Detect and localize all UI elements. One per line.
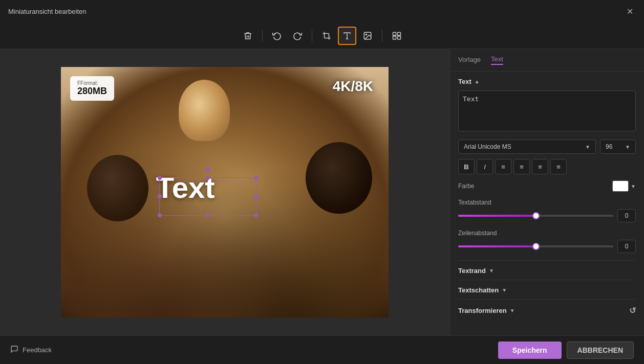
align-left-icon: ≡ (501, 163, 505, 171)
redo-button[interactable] (288, 27, 307, 45)
textrand-label: Textrand (458, 267, 486, 275)
font-size-label: 96 (606, 143, 612, 150)
font-size-chevron: ▼ (625, 144, 630, 150)
zeilenabstand-label: Zeilenabstand (458, 230, 636, 237)
bottom-actions: Speichern ABBRECHEN (498, 342, 634, 359)
main-area: FFormat: 280MB 4K/8K Text (0, 49, 644, 335)
textabstand-row: Textabstand 0 (458, 199, 636, 222)
color-label: Farbe (458, 183, 474, 190)
divider-1 (262, 30, 263, 42)
head-left (87, 155, 148, 221)
svg-rect-5 (397, 32, 400, 35)
format-row: B I ≡ ≡ ≡ ≡ (458, 159, 636, 174)
textschatten-header[interactable]: Textschatten ▼ (458, 286, 636, 294)
font-size-select[interactable]: 96 ▼ (600, 140, 636, 154)
feedback-label: Feedback (23, 346, 52, 354)
italic-button[interactable]: I (477, 159, 493, 174)
format-card: FFormat: 280MB (70, 76, 114, 101)
zeilenabstand-value[interactable]: 0 (617, 240, 636, 253)
textrand-chevron: ▼ (489, 268, 494, 274)
right-panel: Vorlage Text Text ▲ Text Arial Unicode M… (449, 49, 644, 335)
zeilenabstand-thumb[interactable] (532, 243, 540, 250)
quality-badge: 4K/8K (333, 78, 373, 95)
canvas[interactable]: FFormat: 280MB 4K/8K Text (61, 67, 389, 317)
svg-rect-6 (393, 36, 396, 39)
toolbar (0, 22, 644, 49)
textschatten-section: Textschatten ▼ (458, 280, 636, 294)
bold-icon: B (464, 163, 468, 171)
canvas-text[interactable]: Text (156, 170, 215, 204)
transformieren-section: Transformieren ▼ ↺ (458, 299, 636, 315)
feedback-button[interactable]: Feedback (10, 345, 52, 355)
transformieren-label: Transformieren (458, 307, 507, 314)
feedback-icon (10, 345, 18, 355)
svg-rect-7 (397, 36, 400, 39)
transformieren-header[interactable]: Transformieren ▼ ↺ (458, 306, 636, 315)
delete-button[interactable] (239, 27, 257, 45)
textrand-section: Textrand ▼ (458, 260, 636, 275)
close-button[interactable]: ✕ (624, 5, 636, 17)
panel-tabs: Vorlage Text (450, 49, 644, 72)
font-family-chevron: ▼ (585, 144, 590, 150)
font-family-select[interactable]: Arial Unicode MS ▼ (458, 140, 596, 154)
textabstand-track[interactable] (458, 215, 613, 217)
divider-2 (312, 30, 312, 42)
panel-content: Text ▲ Text Arial Unicode MS ▼ 96 ▼ B (450, 72, 644, 335)
textschatten-label: Textschatten (458, 286, 499, 294)
canvas-area[interactable]: FFormat: 280MB 4K/8K Text (0, 49, 449, 335)
tab-text[interactable]: Text (491, 55, 503, 65)
undo-button[interactable] (268, 27, 286, 45)
section-text-header[interactable]: Text ▲ (458, 78, 636, 85)
justify-icon: ≡ (556, 163, 561, 171)
divider-3 (382, 30, 382, 42)
zeilenabstand-control: 0 (458, 240, 636, 253)
cancel-button[interactable]: ABBRECHEN (567, 342, 634, 359)
color-row: Farbe ▼ (458, 180, 636, 192)
textabstand-value[interactable]: 0 (617, 209, 636, 222)
bottom-bar: Feedback Speichern ABBRECHEN (0, 335, 644, 364)
align-left-button[interactable]: ≡ (495, 159, 511, 174)
justify-button[interactable]: ≡ (550, 159, 567, 174)
font-family-label: Arial Unicode MS (464, 143, 511, 150)
svg-point-3 (366, 34, 367, 35)
textabstand-fill (458, 215, 536, 217)
section-text-label: Text (458, 78, 471, 85)
text-tool-button[interactable] (338, 27, 356, 45)
font-row: Arial Unicode MS ▼ 96 ▼ (458, 140, 636, 154)
align-center-button[interactable]: ≡ (513, 159, 530, 174)
color-swatch[interactable] (612, 180, 629, 192)
window-title: Miniaturansicht bearbeiten (8, 8, 86, 15)
titlebar: Miniaturansicht bearbeiten ✕ (0, 0, 644, 22)
tab-vorlage[interactable]: Vorlage (458, 56, 481, 64)
format-label: FFormat: (77, 80, 107, 86)
head-right (306, 142, 372, 214)
size-label: 280MB (77, 86, 107, 97)
transformieren-reset-icon[interactable]: ↺ (629, 306, 636, 315)
textabstand-control: 0 (458, 209, 636, 222)
zeilenabstand-track[interactable] (458, 245, 613, 247)
italic-icon: I (484, 163, 486, 171)
section-text-chevron: ▲ (475, 79, 480, 84)
textrand-header[interactable]: Textrand ▼ (458, 267, 636, 275)
color-dropdown-arrow[interactable]: ▼ (631, 184, 636, 189)
textabstand-thumb[interactable] (532, 212, 540, 219)
textschatten-chevron: ▼ (502, 287, 507, 293)
align-right-button[interactable]: ≡ (532, 159, 548, 174)
svg-rect-4 (393, 32, 396, 35)
zeilenabstand-row: Zeilenabstand 0 (458, 230, 636, 253)
align-right-icon: ≡ (538, 163, 542, 171)
color-preview[interactable]: ▼ (612, 180, 636, 192)
transformieren-chevron: ▼ (510, 308, 515, 313)
textabstand-label: Textabstand (458, 199, 636, 206)
bold-button[interactable]: B (458, 159, 475, 174)
head-child (179, 80, 230, 141)
share-button[interactable] (388, 27, 406, 45)
zeilenabstand-fill (458, 245, 536, 247)
text-input[interactable]: Text (458, 90, 636, 131)
save-button[interactable]: Speichern (498, 342, 562, 359)
align-center-icon: ≡ (520, 163, 524, 171)
crop-button[interactable] (317, 27, 336, 45)
image-button[interactable] (358, 27, 377, 45)
